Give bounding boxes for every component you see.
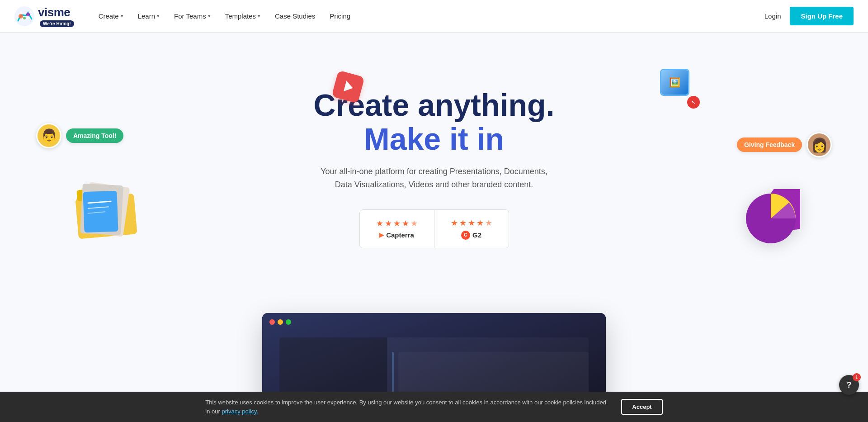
chevron-down-icon: ▾ <box>121 13 123 19</box>
nav-learn[interactable]: Learn ▾ <box>132 9 166 24</box>
svg-rect-9 <box>83 191 118 233</box>
nav-for-teams[interactable]: For Teams ▾ <box>168 9 217 24</box>
avatar-amazing-tool: 👨 Amazing Tool! <box>36 123 123 148</box>
chevron-down-icon: ▾ <box>208 13 211 19</box>
g2-logo: G G2 <box>461 231 481 240</box>
svg-point-2 <box>19 14 23 19</box>
logo-text: visme <box>38 5 70 19</box>
ratings-container: ★ ★ ★ ★ ★ ▶ Capterra ★ ★ ★ ★ ★ G G2 <box>359 209 509 248</box>
folder-icon <box>72 180 145 239</box>
minimize-dot <box>278 319 283 325</box>
avatar-right: 👩 <box>807 132 832 157</box>
svg-point-3 <box>26 13 30 16</box>
cookie-text: This website uses cookies to improve the… <box>205 398 612 416</box>
chevron-down-icon: ▾ <box>157 13 160 19</box>
help-button[interactable]: ? 1 <box>839 375 859 395</box>
accept-cookie-button[interactable]: Accept <box>621 399 662 415</box>
svg-line-11 <box>88 207 108 209</box>
svg-line-12 <box>88 212 105 213</box>
privacy-policy-link[interactable]: privacy policy. <box>222 408 258 415</box>
login-button[interactable]: Login <box>764 12 781 20</box>
signup-button[interactable]: Sign Up Free <box>790 7 854 25</box>
svg-point-4 <box>23 17 26 19</box>
svg-line-10 <box>88 201 111 203</box>
chevron-down-icon: ▾ <box>258 13 260 19</box>
navbar: visme We're Hiring! Create ▾ Learn ▾ For… <box>0 0 868 33</box>
capterra-stars: ★ ★ ★ ★ ★ <box>376 218 418 228</box>
folder-decoration <box>72 180 145 241</box>
window-dots <box>269 319 291 325</box>
svg-point-13 <box>746 194 796 243</box>
logo-icon <box>14 6 34 26</box>
capterra-logo: ▶ Capterra <box>379 231 414 239</box>
nav-create[interactable]: Create ▾ <box>92 9 130 24</box>
nav-pricing[interactable]: Pricing <box>323 9 357 24</box>
hero-subtitle: Your all-in-one platform for creating Pr… <box>316 165 552 191</box>
svg-point-0 <box>14 6 34 26</box>
capterra-rating: ★ ★ ★ ★ ★ ▶ Capterra <box>360 210 434 247</box>
hiring-badge: We're Hiring! <box>40 20 74 27</box>
help-badge: 1 <box>853 373 861 381</box>
svg-rect-7 <box>83 182 130 237</box>
hero-section: 🖼️ ↖ 👨 Amazing Tool! Giving Feedback 👩 <box>0 33 868 295</box>
hero-title: Create anything. Make it in <box>314 88 555 156</box>
g2-rating: ★ ★ ★ ★ ★ G G2 <box>434 210 509 248</box>
nav-links: Create ▾ Learn ▾ For Teams ▾ Templates ▾… <box>92 9 764 24</box>
logo-link[interactable]: visme We're Hiring! <box>14 5 74 27</box>
g2-stars: ★ ★ ★ ★ ★ <box>451 218 492 228</box>
cookie-banner: This website uses cookies to improve the… <box>0 392 868 422</box>
nav-case-studies[interactable]: Case Studies <box>269 9 321 24</box>
nav-actions: Login Sign Up Free <box>764 7 854 25</box>
svg-rect-5 <box>75 194 137 239</box>
pie-chart-decoration <box>741 189 800 250</box>
svg-rect-8 <box>80 184 123 236</box>
nav-templates[interactable]: Templates ▾ <box>219 9 267 24</box>
giving-feedback-bubble: Giving Feedback <box>737 138 802 152</box>
pie-chart-icon <box>741 189 800 248</box>
close-dot <box>269 319 275 325</box>
avatar-left: 👨 <box>36 123 61 148</box>
avatar-giving-feedback: Giving Feedback 👩 <box>737 132 832 157</box>
expand-dot <box>286 319 291 325</box>
g2-circle-icon: G <box>461 231 470 240</box>
amazing-tool-bubble: Amazing Tool! <box>66 128 123 143</box>
cursor-decoration: 🖼️ ↖ <box>660 69 696 105</box>
svg-rect-6 <box>76 188 102 202</box>
